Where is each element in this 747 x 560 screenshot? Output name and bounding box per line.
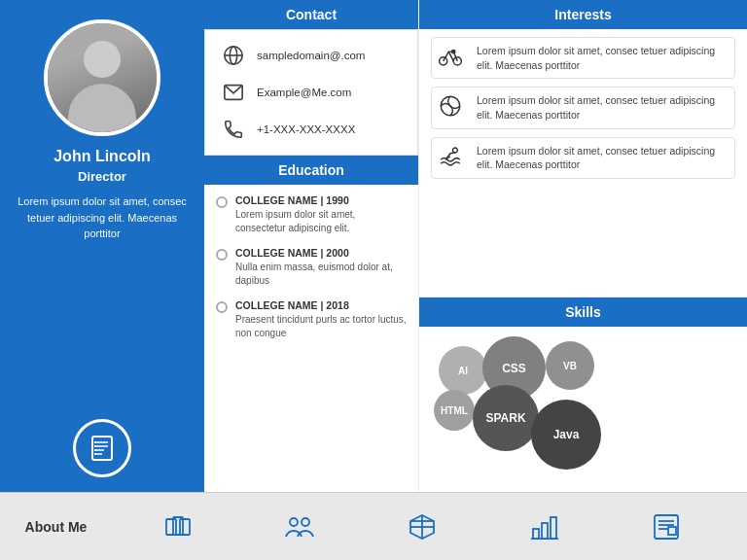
report-icon[interactable] (651, 511, 682, 542)
skills-header: Skills (419, 298, 747, 327)
interest-item: Lorem ipsum dolor sit amet, consec tetue… (431, 137, 735, 179)
cube-icon[interactable] (407, 511, 438, 542)
education-list: COLLEGE NAME | 1990 Lorem ipsum dolor si… (204, 185, 418, 362)
contact-section: sampledomain@.com Example@Me.com +1-X (204, 29, 418, 156)
globe-icon (220, 42, 247, 69)
right-panel: Interests Lorem ipsum dolor sit amet, co… (418, 0, 747, 492)
person-bio: Lorem ipsum dolor sit amet, consec tetue… (15, 193, 190, 242)
skill-bubble-vb: VB (546, 341, 594, 390)
interests-section: Interests Lorem ipsum dolor sit amet, co… (419, 0, 747, 298)
svg-point-15 (452, 51, 455, 53)
team-icon[interactable] (284, 511, 315, 542)
skill-bubble-java: Java (531, 400, 601, 470)
svg-point-21 (290, 518, 298, 526)
svg-rect-5 (94, 441, 96, 443)
books-icon[interactable] (162, 511, 194, 542)
svg-rect-29 (551, 517, 556, 539)
person-title: Director (78, 169, 126, 184)
interests-header: Interests (419, 0, 747, 29)
svg-rect-7 (94, 449, 96, 451)
contact-item-email: Example@Me.com (220, 79, 403, 106)
edu-title: COLLEGE NAME | 2018 (235, 299, 407, 311)
contact-website-value: sampledomain@.com (257, 50, 365, 61)
svg-rect-6 (94, 445, 96, 447)
contact-email-value: Example@Me.com (257, 87, 351, 98)
contact-item-phone: +1-XXX-XXX-XXXX (220, 116, 403, 143)
swim-icon (438, 144, 467, 169)
edu-dot (216, 249, 228, 261)
interest-list: Lorem ipsum dolor sit amet, consec tetue… (419, 29, 747, 194)
edu-dot (216, 196, 228, 208)
education-header: Education (204, 156, 418, 185)
edu-dot (216, 301, 228, 313)
skill-bubble-html: HTML (434, 390, 475, 431)
interest-text: Lorem ipsum dolor sit amet, consec tetue… (477, 144, 729, 172)
interest-text: Lorem ipsum dolor sit amet, consec tetue… (477, 44, 729, 72)
bike-icon (438, 44, 467, 69)
svg-rect-35 (668, 527, 676, 535)
edu-content: COLLEGE NAME | 1990 Lorem ipsum dolor si… (235, 194, 407, 235)
edu-content: COLLEGE NAME | 2000 Nulla enim massa, eu… (235, 247, 407, 288)
svg-rect-18 (166, 519, 176, 535)
svg-point-17 (452, 148, 457, 153)
phone-icon (220, 116, 247, 143)
education-item: COLLEGE NAME | 2000 Nulla enim massa, eu… (216, 247, 407, 288)
interest-item: Lorem ipsum dolor sit amet, consec tetue… (431, 37, 735, 79)
envelope-icon (220, 79, 247, 106)
left-panel: John Lincoln Director Lorem ipsum dolor … (0, 0, 204, 492)
edu-desc: Praesent tincidunt purls ac tortor luctu… (235, 313, 407, 340)
skill-bubble-ai: AI (439, 346, 487, 395)
edu-desc: Nulla enim massa, euismod dolor at, dapi… (235, 261, 407, 288)
svg-rect-0 (92, 437, 112, 460)
svg-rect-27 (533, 529, 539, 539)
svg-rect-20 (180, 519, 190, 535)
svg-rect-28 (542, 523, 548, 539)
basketball-icon (438, 93, 467, 119)
bottom-nav: About Me (0, 492, 747, 560)
contact-header: Contact (204, 0, 418, 29)
checklist-icon (87, 433, 118, 464)
edu-title: COLLEGE NAME | 1990 (235, 194, 407, 206)
skill-bubble-spark: SPARK (473, 385, 539, 451)
edu-desc: Lorem ipsum dolor sit amet, consectetur … (235, 208, 407, 235)
person-name: John Lincoln (53, 148, 151, 165)
education-item: COLLEGE NAME | 2018 Praesent tincidunt p… (216, 299, 407, 340)
edu-title: COLLEGE NAME | 2000 (235, 247, 407, 259)
svg-rect-8 (94, 453, 96, 455)
contact-item-website: sampledomain@.com (220, 42, 403, 69)
about-me-label: About Me (0, 519, 97, 535)
education-section: Education COLLEGE NAME | 1990 Lorem ipsu… (204, 156, 418, 492)
middle-panel: Contact sampledomain@.com (204, 0, 418, 492)
edu-content: COLLEGE NAME | 2018 Praesent tincidunt p… (235, 299, 407, 340)
nav-icons (97, 511, 747, 542)
skills-section: Skills AICSSVBHTMLSPARKJava (419, 298, 747, 492)
skills-bubbles: AICSSVBHTMLSPARKJava (419, 327, 747, 482)
chart-icon[interactable] (529, 511, 560, 542)
avatar-image (48, 23, 157, 132)
contact-phone-value: +1-XXX-XXX-XXXX (257, 123, 355, 135)
interest-item: Lorem ipsum dolor sit amet, consec tetue… (431, 87, 735, 128)
education-item: COLLEGE NAME | 1990 Lorem ipsum dolor si… (216, 194, 407, 235)
svg-point-22 (302, 518, 309, 526)
avatar (44, 19, 160, 136)
interest-text: Lorem ipsum dolor sit amet, consec tetue… (477, 93, 729, 122)
about-icon-circle (73, 419, 131, 477)
